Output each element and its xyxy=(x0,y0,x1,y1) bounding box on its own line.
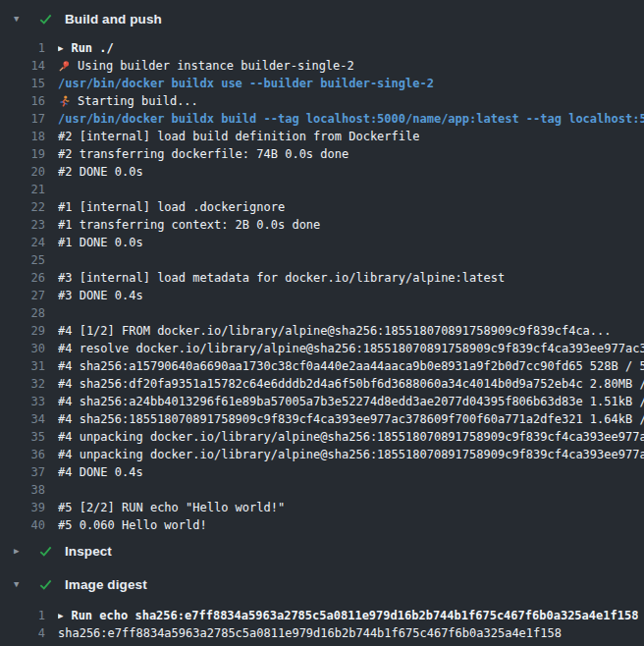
section-title: Image digest xyxy=(65,577,147,592)
line-number[interactable]: 28 xyxy=(0,304,45,322)
line-number[interactable]: 37 xyxy=(0,463,45,481)
log-section: ▶ Inspect xyxy=(0,534,644,567)
log-line-content: #3 [internal] load metadata for docker.i… xyxy=(58,269,505,287)
workflow-log-viewer: ▼ Build and push 1 ▶Run ./ 14 Using buil… xyxy=(0,0,644,646)
log-line-text: #5 [2/2] RUN echo "Hello world!" xyxy=(58,499,285,516)
log-line-content: #2 [internal] load build definition from… xyxy=(58,128,419,145)
log-line: 31 #4 sha256:a15790640a6690aa1730c38cf0a… xyxy=(0,357,644,375)
log-line-text: #4 DONE 0.4s xyxy=(58,463,143,481)
line-number[interactable]: 27 xyxy=(0,287,45,304)
log-line-content: ▶Run ./ xyxy=(58,39,114,57)
log-line: 28 xyxy=(0,304,644,322)
log-line-content: ▶Run echo sha256:e7ff8834a5963a2785c5a08… xyxy=(58,607,638,624)
log-line-text: #4 sha256:185518070891758909c9f839cf4ca3… xyxy=(58,410,644,428)
section-header-image-digest[interactable]: ▼ Image digest xyxy=(0,567,644,601)
log-line: 37 #4 DONE 0.4s xyxy=(0,463,644,481)
line-number[interactable]: 32 xyxy=(0,375,45,393)
line-number[interactable]: 31 xyxy=(0,357,45,375)
line-number[interactable]: 22 xyxy=(0,198,45,216)
log-line-text: #4 unpacking docker.io/library/alpine@sh… xyxy=(58,446,644,463)
log-line-content: sha256:e7ff8834a5963a2785c5a0811e979d16b… xyxy=(58,624,562,642)
chevron-down-icon: ▼ xyxy=(14,580,27,589)
log-line: 19 #2 transferring dockerfile: 74B 0.0s … xyxy=(0,145,644,163)
log-line-text: #4 resolve docker.io/library/alpine@sha2… xyxy=(58,340,644,357)
line-number[interactable]: 16 xyxy=(0,92,45,110)
line-number[interactable]: 33 xyxy=(0,393,45,410)
log-line: 34 #4 sha256:185518070891758909c9f839cf4… xyxy=(0,410,644,428)
log-line-text: #3 DONE 0.4s xyxy=(58,287,143,304)
runner-icon xyxy=(58,95,71,108)
run-expander-icon[interactable]: ▶ xyxy=(58,612,63,620)
log-line: 24 #1 DONE 0.0s xyxy=(0,234,644,251)
line-number[interactable]: 15 xyxy=(0,75,45,92)
log-line-content: /usr/bin/docker buildx use --builder bui… xyxy=(58,75,434,92)
line-number[interactable]: 36 xyxy=(0,446,45,463)
log-line: 20 #2 DONE 0.0s xyxy=(0,163,644,181)
log-line: 36 #4 unpacking docker.io/library/alpine… xyxy=(0,446,644,463)
line-number[interactable]: 25 xyxy=(0,251,45,269)
log-line-content: #2 transferring dockerfile: 74B 0.0s don… xyxy=(58,145,349,163)
log-line-content: #5 [2/2] RUN echo "Hello world!" xyxy=(58,499,285,516)
log-line-text: /usr/bin/docker buildx use --builder bui… xyxy=(58,75,434,92)
log-line: 17 /usr/bin/docker buildx build --tag lo… xyxy=(0,110,644,128)
log-line: 14 Using builder instance builder-single… xyxy=(0,57,644,75)
log-line: 29 #4 [1/2] FROM docker.io/library/alpin… xyxy=(0,322,644,340)
log-line-text: #1 DONE 0.0s xyxy=(58,234,143,251)
log-line-content: Using builder instance builder-single-2 xyxy=(58,57,354,75)
line-number[interactable]: 30 xyxy=(0,340,45,357)
log-line-text: Run ./ xyxy=(71,39,113,57)
section-header-build-and-push[interactable]: ▼ Build and push xyxy=(0,2,644,35)
line-number[interactable]: 26 xyxy=(0,269,45,287)
log-line-text: #1 [internal] load .dockerignore xyxy=(58,198,285,216)
log-line: 40 #5 0.060 Hello world! xyxy=(0,516,644,534)
log-line: 15 /usr/bin/docker buildx use --builder … xyxy=(0,75,644,92)
log-line-text: #4 sha256:a24bb4013296f61e89ba57005a7b3e… xyxy=(58,393,644,410)
line-number[interactable]: 18 xyxy=(0,128,45,145)
line-number[interactable]: 34 xyxy=(0,410,45,428)
section-title: Build and push xyxy=(65,12,162,27)
line-number[interactable]: 38 xyxy=(0,481,45,499)
check-icon xyxy=(38,544,53,559)
log-line-content: #1 DONE 0.0s xyxy=(58,234,143,251)
line-number[interactable]: 1 xyxy=(0,39,45,57)
log-line: 18 #2 [internal] load build definition f… xyxy=(0,128,644,145)
log-line-content: #2 DONE 0.0s xyxy=(58,163,143,181)
run-expander-icon[interactable]: ▶ xyxy=(58,44,63,53)
line-number[interactable]: 17 xyxy=(0,110,45,128)
line-number[interactable]: 14 xyxy=(0,57,45,75)
log-line-text: #2 DONE 0.0s xyxy=(58,163,143,181)
line-number[interactable]: 23 xyxy=(0,216,45,234)
log-line: 38 xyxy=(0,481,644,499)
log-line-text: Run echo sha256:e7ff8834a5963a2785c5a081… xyxy=(71,607,638,624)
log-line: 26 #3 [internal] load metadata for docke… xyxy=(0,269,644,287)
line-number[interactable]: 20 xyxy=(0,163,45,181)
log-line-text: Using builder instance builder-single-2 xyxy=(78,57,354,75)
log-line: 23 #1 transferring context: 2B 0.0s done xyxy=(0,216,644,234)
section-title: Inspect xyxy=(65,544,112,559)
log-section: ▼ Image digest 1 ▶Run echo sha256:e7ff88… xyxy=(0,567,644,642)
line-number[interactable]: 24 xyxy=(0,234,45,251)
log-line-content: #4 [1/2] FROM docker.io/library/alpine@s… xyxy=(58,322,612,340)
line-number[interactable]: 35 xyxy=(0,428,45,446)
line-number[interactable]: 29 xyxy=(0,322,45,340)
log-line-text: #4 unpacking docker.io/library/alpine@sh… xyxy=(58,428,644,446)
log-line: 33 #4 sha256:a24bb4013296f61e89ba57005a7… xyxy=(0,393,644,410)
log-line-content: /usr/bin/docker buildx build --tag local… xyxy=(58,110,644,128)
line-number[interactable]: 40 xyxy=(0,516,45,534)
section-header-inspect[interactable]: ▶ Inspect xyxy=(0,534,644,567)
log-line-text: sha256:e7ff8834a5963a2785c5a0811e979d16b… xyxy=(58,624,562,642)
log-line-content: #4 sha256:185518070891758909c9f839cf4ca3… xyxy=(58,410,644,428)
line-number[interactable]: 21 xyxy=(0,181,45,198)
line-number[interactable]: 1 xyxy=(0,607,45,624)
line-number[interactable]: 4 xyxy=(0,624,45,642)
line-number[interactable]: 19 xyxy=(0,145,45,163)
log-line-content: #4 sha256:a15790640a6690aa1730c38cf0a440… xyxy=(58,357,644,375)
line-number[interactable]: 39 xyxy=(0,499,45,516)
check-icon xyxy=(38,12,53,27)
log-line-content: #5 0.060 Hello world! xyxy=(58,516,207,534)
log-section: ▼ Build and push 1 ▶Run ./ 14 Using buil… xyxy=(0,2,644,534)
log-line-content: #4 sha256:a24bb4013296f61e89ba57005a7b3e… xyxy=(58,393,644,410)
pushpin-icon xyxy=(58,60,71,73)
log-lines: 1 ▶Run ./ 14 Using builder instance buil… xyxy=(0,35,644,534)
log-line: 25 xyxy=(0,251,644,269)
